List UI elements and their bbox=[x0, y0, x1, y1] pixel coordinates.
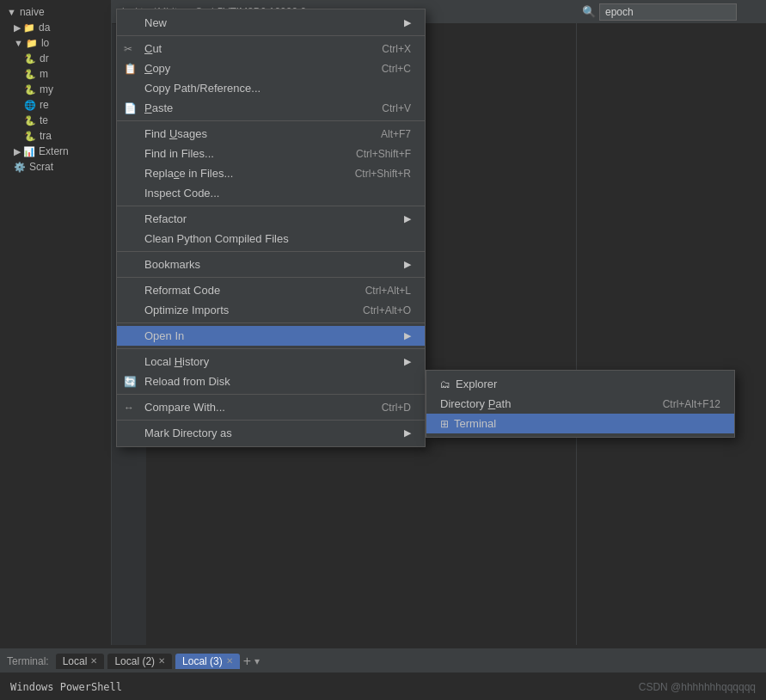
cut-shortcut: Ctrl+X bbox=[382, 43, 411, 55]
menu-item-refactor-label: Refactor bbox=[144, 212, 404, 225]
menu-item-replace-in-files-label: Replace in Files... bbox=[144, 167, 338, 180]
search-input[interactable] bbox=[599, 3, 737, 21]
project-item-scrat[interactable]: ⚙️ Scrat bbox=[0, 159, 111, 175]
menu-item-local-history[interactable]: Local History ▶ bbox=[117, 352, 425, 371]
cut-icon: ✂ bbox=[124, 43, 132, 55]
menu-separator-5 bbox=[117, 277, 425, 278]
menu-item-mark-directory-label: Mark Directory as bbox=[144, 427, 404, 439]
expand-icon: ▼ 📁 bbox=[14, 38, 38, 49]
compare-with-shortcut: Ctrl+D bbox=[382, 402, 411, 414]
menu-separator-9 bbox=[117, 420, 425, 421]
menu-item-new-label: New bbox=[144, 16, 404, 29]
project-item-label: dr bbox=[40, 52, 49, 64]
project-item-extern[interactable]: ▶ 📊 Extern bbox=[0, 144, 111, 159]
context-menu-main: New ▶ ✂ Cut Ctrl+X 📋 Copy Ctrl+C Copy Pa… bbox=[116, 9, 426, 447]
project-item-label: re bbox=[40, 99, 49, 111]
menu-item-find-in-files[interactable]: Find in Files... Ctrl+Shift+F bbox=[117, 144, 425, 163]
terminal-tab-local3[interactable]: Local (3) ✕ bbox=[175, 654, 240, 669]
project-item-label: te bbox=[40, 114, 48, 126]
submenu-arrow-open-in: ▶ bbox=[404, 330, 411, 341]
submenu-terminal-label: Terminal bbox=[454, 417, 720, 430]
menu-item-reload-from-disk[interactable]: 🔄 Reload from Disk bbox=[117, 371, 425, 391]
submenu-item-explorer[interactable]: 🗂 Explorer bbox=[426, 374, 734, 394]
menu-item-optimize-imports[interactable]: Optimize Imports Ctrl+Alt+O bbox=[117, 300, 425, 320]
submenu-arrow-refactor: ▶ bbox=[404, 213, 411, 224]
paste-shortcut: Ctrl+V bbox=[382, 102, 411, 114]
project-item-re[interactable]: 🌐 re bbox=[0, 97, 111, 113]
find-usages-shortcut: Alt+F7 bbox=[381, 128, 411, 140]
menu-item-reload-from-disk-label: Reload from Disk bbox=[144, 375, 411, 388]
menu-item-inspect-code[interactable]: Inspect Code... bbox=[117, 183, 425, 203]
optimize-imports-shortcut: Ctrl+Alt+O bbox=[363, 304, 411, 316]
project-item-m[interactable]: 🐍 m bbox=[0, 66, 111, 82]
menu-item-paste[interactable]: 📄 Paste Ctrl+V bbox=[117, 98, 425, 118]
menu-separator-3 bbox=[117, 206, 425, 206]
menu-item-inspect-code-label: Inspect Code... bbox=[144, 187, 411, 200]
project-item-label: Extern bbox=[39, 145, 69, 157]
menu-item-reformat-code[interactable]: Reformat Code Ctrl+Alt+L bbox=[117, 280, 425, 300]
project-panel: ▼ naive ▶ 📁 da ▼ 📁 lo 🐍 dr 🐍 m 🐍 my 🌐 re… bbox=[0, 0, 112, 645]
menu-item-find-usages[interactable]: Find Usages Alt+F7 bbox=[117, 124, 425, 144]
submenu-directory-path-label: Directory Path bbox=[440, 397, 646, 410]
terminal-icon: ⊞ bbox=[440, 418, 449, 430]
menu-item-open-in-label: Open In bbox=[144, 329, 404, 342]
add-terminal-button[interactable]: + bbox=[243, 654, 251, 669]
search-results bbox=[577, 24, 766, 31]
project-item-lo[interactable]: ▼ 📁 lo bbox=[0, 35, 111, 51]
menu-item-replace-in-files[interactable]: Replace in Files... Ctrl+Shift+R bbox=[117, 163, 425, 183]
menu-item-refactor[interactable]: Refactor ▶ bbox=[117, 209, 425, 229]
find-in-files-shortcut: Ctrl+Shift+F bbox=[356, 148, 411, 160]
menu-item-bookmarks[interactable]: Bookmarks ▶ bbox=[117, 255, 425, 274]
menu-item-copy-path-label: Copy Path/Reference... bbox=[144, 82, 411, 95]
project-item-label: naive bbox=[20, 6, 45, 18]
menu-item-compare-with[interactable]: ↔ Compare With... Ctrl+D bbox=[117, 397, 425, 417]
submenu-arrow-mark-directory: ▶ bbox=[404, 427, 411, 439]
terminal-dropdown-button[interactable]: ▾ bbox=[254, 655, 260, 667]
terminal-shell-label: Windows PowerShell bbox=[10, 681, 122, 693]
menu-item-open-in[interactable]: Open In ▶ bbox=[117, 326, 425, 346]
menu-item-new[interactable]: New ▶ bbox=[117, 13, 425, 33]
terminal-tab-local-close[interactable]: ✕ bbox=[90, 656, 97, 666]
menu-item-mark-directory[interactable]: Mark Directory as ▶ bbox=[117, 423, 425, 443]
submenu-item-terminal[interactable]: ⊞ Terminal bbox=[426, 414, 734, 433]
terminal-tab-local2[interactable]: Local (2) ✕ bbox=[107, 654, 172, 669]
project-item-tra[interactable]: 🐍 tra bbox=[0, 128, 111, 144]
menu-separator-1 bbox=[117, 35, 425, 36]
submenu-item-directory-path[interactable]: Directory Path Ctrl+Alt+F12 bbox=[426, 394, 734, 414]
reformat-code-shortcut: Ctrl+Alt+L bbox=[365, 285, 411, 297]
menu-separator-8 bbox=[117, 394, 425, 395]
menu-item-cut[interactable]: ✂ Cut Ctrl+X bbox=[117, 39, 425, 58]
menu-item-find-in-files-label: Find in Files... bbox=[144, 147, 339, 160]
project-item-label: my bbox=[40, 83, 53, 95]
terminal-tab-local3-label: Local (3) bbox=[182, 655, 223, 667]
menu-item-clean-python[interactable]: Clean Python Compiled Files bbox=[117, 229, 425, 249]
gear-icon: ⚙️ bbox=[14, 162, 26, 173]
chart-icon: ▶ 📊 bbox=[14, 146, 35, 157]
menu-item-copy[interactable]: 📋 Copy Ctrl+C bbox=[117, 58, 425, 78]
menu-separator-6 bbox=[117, 322, 425, 323]
terminal-tab-local3-close[interactable]: ✕ bbox=[226, 656, 233, 666]
menu-item-copy-path[interactable]: Copy Path/Reference... bbox=[117, 78, 425, 98]
project-item-label: lo bbox=[41, 37, 49, 49]
project-item-label: m bbox=[40, 68, 48, 80]
menu-item-copy-label: Copy bbox=[144, 62, 365, 75]
project-item-my[interactable]: 🐍 my bbox=[0, 82, 111, 97]
explorer-icon: 🗂 bbox=[440, 378, 450, 390]
search-bar[interactable]: 🔍 bbox=[577, 0, 766, 24]
submenu-explorer-label: Explorer bbox=[456, 378, 720, 390]
menu-separator-4 bbox=[117, 251, 425, 252]
terminal-tab-local2-close[interactable]: ✕ bbox=[158, 656, 165, 666]
project-item-te[interactable]: 🐍 te bbox=[0, 113, 111, 128]
terminal-user-label: CSDN @hhhhhhhqqqqqq bbox=[639, 681, 756, 693]
project-item-naive[interactable]: ▼ naive bbox=[0, 4, 111, 20]
project-item-da[interactable]: ▶ 📁 da bbox=[0, 20, 111, 35]
terminal-tabs: Terminal: Local ✕ Local (2) ✕ Local (3) … bbox=[0, 649, 766, 673]
menu-item-clean-python-label: Clean Python Compiled Files bbox=[144, 232, 411, 245]
menu-separator-2 bbox=[117, 120, 425, 121]
terminal-tab-local2-label: Local (2) bbox=[114, 655, 155, 667]
terminal-tab-local[interactable]: Local ✕ bbox=[56, 654, 105, 669]
project-item-dr[interactable]: 🐍 dr bbox=[0, 51, 111, 66]
submenu-open-in: 🗂 Explorer Directory Path Ctrl+Alt+F12 ⊞… bbox=[426, 370, 735, 438]
web-icon: 🌐 bbox=[24, 100, 36, 111]
menu-item-compare-with-label: Compare With... bbox=[144, 401, 365, 414]
